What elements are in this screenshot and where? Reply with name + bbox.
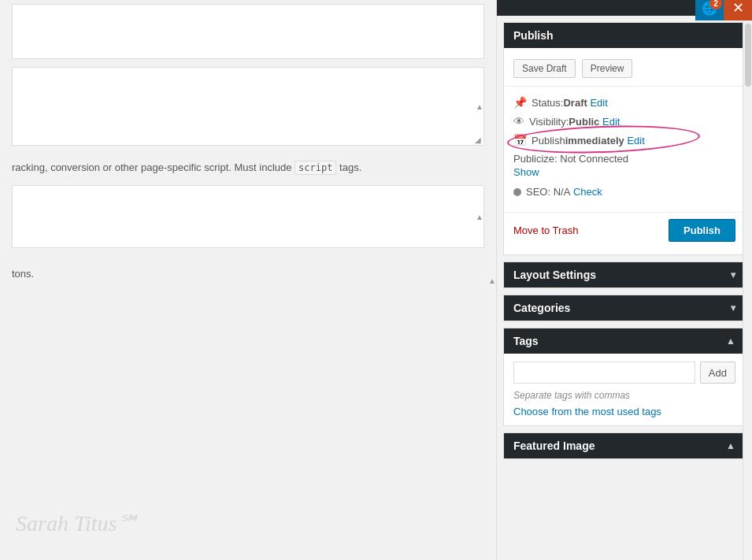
status-label: Status: bbox=[532, 97, 563, 109]
seo-row: SEO: N/A Check bbox=[513, 181, 735, 202]
close-button[interactable]: ✕ bbox=[724, 0, 752, 20]
wordpress-icon-button[interactable]: 🌐 2 bbox=[695, 0, 724, 20]
visibility-edit-link[interactable]: Edit bbox=[602, 116, 620, 128]
categories-header[interactable]: Categories ▾ bbox=[504, 295, 745, 321]
visibility-row: 👁 Visibility: Public Edit bbox=[513, 112, 735, 131]
add-tag-button[interactable]: Add bbox=[700, 362, 735, 384]
publish-meta: 📌 Status: Draft Edit 👁 Visibility: Publi… bbox=[504, 87, 745, 209]
preview-button[interactable]: Preview bbox=[582, 59, 633, 78]
tags-input[interactable] bbox=[513, 362, 695, 384]
pin-icon: 📌 bbox=[513, 96, 527, 109]
script-tag-code: script bbox=[295, 161, 336, 175]
scroll-arrow-1[interactable]: ▲ bbox=[488, 276, 496, 284]
categories-title: Categories bbox=[513, 302, 570, 314]
publish-box-header: Publish bbox=[504, 23, 745, 48]
move-to-trash-button[interactable]: Move to Trash bbox=[513, 224, 578, 236]
script-text-after: tags. bbox=[336, 161, 361, 173]
publicize-row: Publicize: Not Connected Show bbox=[513, 150, 735, 181]
featured-image-chevron: ▲ bbox=[726, 440, 735, 451]
publish-time-row: 📅 Publish immediately Edit bbox=[513, 131, 735, 150]
tags-header[interactable]: Tags ▲ bbox=[504, 328, 745, 354]
calendar-icon: 📅 bbox=[513, 134, 527, 146]
script-text-before: racking, conversion or other page-specif… bbox=[12, 161, 295, 173]
categories-box: Categories ▾ bbox=[503, 295, 746, 321]
scrollbar-thumb[interactable] bbox=[745, 24, 751, 87]
publish-box: Publish Save Draft Preview 📌 Status: Dra… bbox=[503, 22, 746, 255]
visibility-value: Public bbox=[569, 116, 599, 128]
status-edit-link[interactable]: Edit bbox=[590, 97, 607, 109]
script-description: racking, conversion or other page-specif… bbox=[0, 154, 496, 181]
tags-content: Add Separate tags with commas Choose fro… bbox=[504, 354, 745, 425]
layout-settings-box: Layout Settings ▾ bbox=[503, 261, 746, 288]
buttons-text: tons. bbox=[0, 256, 496, 291]
tags-box: Tags ▲ Add Separate tags with commas Cho… bbox=[503, 328, 746, 426]
main-content-area: ▲ ▲ ◢ racking, conversion or other page-… bbox=[0, 0, 496, 560]
publish-time-edit-link[interactable]: Edit bbox=[627, 135, 644, 146]
status-row: 📌 Status: Draft Edit bbox=[513, 93, 735, 112]
publish-box-content: Save Draft Preview 📌 Status: Draft Edit … bbox=[504, 48, 745, 254]
choose-tags-link[interactable]: Choose from the most used tags bbox=[513, 406, 661, 417]
publicize-show-link[interactable]: Show bbox=[513, 166, 735, 178]
sidebar: 🌐 2 ✕ Publish Save Draft Preview 📌 Statu… bbox=[496, 0, 752, 560]
scroll-arrow-3[interactable]: ▲ bbox=[476, 213, 483, 221]
layout-settings-header[interactable]: Layout Settings ▾ bbox=[504, 262, 745, 287]
featured-image-box: Featured Image ▲ bbox=[503, 432, 746, 459]
resize-handle[interactable]: ◢ bbox=[472, 134, 483, 145]
editor-box-2[interactable]: ▲ ◢ bbox=[12, 67, 484, 146]
layout-settings-chevron: ▾ bbox=[731, 269, 735, 280]
publicize-label: Publicize: Not Connected bbox=[513, 153, 628, 165]
buttons-label: tons. bbox=[12, 268, 34, 280]
tags-input-row: Add bbox=[513, 362, 735, 384]
visibility-label: Visibility: bbox=[529, 116, 569, 128]
publish-actions: Save Draft Preview bbox=[504, 54, 745, 87]
eye-icon: 👁 bbox=[513, 115, 524, 128]
status-value: Draft bbox=[563, 97, 587, 109]
sidebar-scrollbar[interactable] bbox=[743, 0, 752, 560]
editor-box-3[interactable]: ▲ bbox=[12, 185, 484, 248]
tags-hint: Separate tags with commas bbox=[513, 390, 735, 401]
top-icons-bar: 🌐 2 ✕ bbox=[496, 0, 752, 16]
categories-chevron: ▾ bbox=[731, 302, 735, 313]
publish-time-value: immediately bbox=[565, 135, 624, 146]
watermark: Sarah Titus℠ bbox=[16, 510, 139, 536]
tags-title: Tags bbox=[513, 335, 539, 347]
featured-image-header[interactable]: Featured Image ▲ bbox=[504, 433, 745, 458]
notification-badge: 2 bbox=[709, 0, 722, 9]
featured-image-title: Featured Image bbox=[513, 439, 595, 452]
save-draft-button[interactable]: Save Draft bbox=[513, 59, 576, 78]
publish-title: Publish bbox=[513, 29, 554, 42]
tags-chevron: ▲ bbox=[726, 336, 735, 347]
editor-box-1: ▲ bbox=[12, 4, 484, 59]
seo-label: SEO: N/A bbox=[526, 186, 570, 198]
seo-status-dot bbox=[513, 188, 521, 196]
publish-footer: Move to Trash Publish bbox=[504, 212, 745, 248]
publish-time-label: Publish bbox=[532, 135, 565, 146]
publish-button[interactable]: Publish bbox=[669, 219, 735, 242]
layout-settings-title: Layout Settings bbox=[513, 269, 596, 281]
scroll-arrow-2[interactable]: ▲ bbox=[476, 102, 483, 111]
seo-check-link[interactable]: Check bbox=[573, 186, 602, 198]
